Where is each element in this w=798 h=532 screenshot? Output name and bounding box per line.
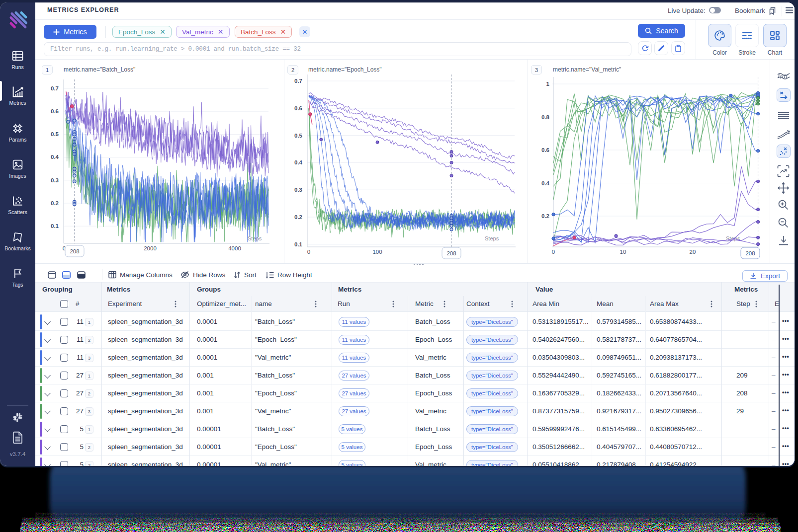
svg-text:0.8: 0.8 [541, 114, 550, 120]
svg-text:Steps: Steps [485, 235, 499, 241]
svg-text:0.6: 0.6 [294, 105, 302, 111]
svg-text:0.6: 0.6 [541, 147, 549, 153]
svg-text:0.4: 0.4 [541, 180, 550, 186]
svg-text:0.5: 0.5 [294, 133, 303, 139]
svg-text:0.2: 0.2 [51, 200, 59, 206]
svg-text:0.3: 0.3 [51, 177, 59, 183]
svg-text:0.5: 0.5 [51, 131, 59, 137]
svg-text:2000: 2000 [144, 245, 157, 251]
svg-text:208: 208 [446, 250, 456, 256]
svg-text:208: 208 [745, 250, 755, 256]
svg-text:0.2: 0.2 [294, 214, 302, 220]
svg-text:4000: 4000 [228, 245, 241, 251]
svg-text:0: 0 [307, 249, 310, 255]
svg-text:0: 0 [552, 249, 555, 255]
svg-text:100: 100 [372, 249, 382, 255]
svg-text:0.2: 0.2 [541, 213, 549, 219]
svg-text:0.6: 0.6 [51, 108, 59, 114]
svg-text:20: 20 [690, 249, 696, 255]
svg-text:0.7: 0.7 [294, 78, 302, 84]
svg-text:0.1: 0.1 [51, 223, 59, 229]
svg-text:0.4: 0.4 [294, 159, 303, 165]
svg-text:0.1: 0.1 [294, 241, 303, 247]
svg-text:10: 10 [620, 249, 626, 255]
svg-text:0.4: 0.4 [51, 154, 59, 160]
svg-text:1: 1 [546, 81, 550, 87]
svg-text:208: 208 [70, 248, 79, 254]
svg-text:0.3: 0.3 [294, 187, 302, 193]
svg-text:0.7: 0.7 [51, 85, 59, 91]
